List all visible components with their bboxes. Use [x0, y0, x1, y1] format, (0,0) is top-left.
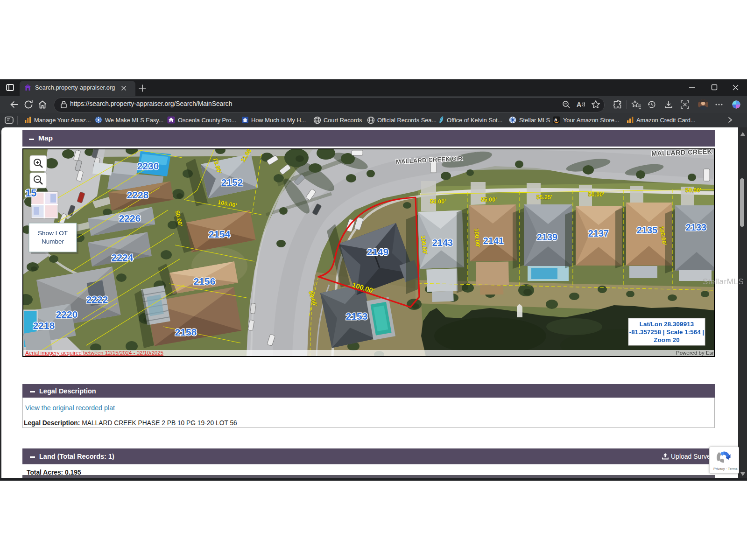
svg-text:50.00': 50.00': [430, 198, 446, 205]
svg-text:55.25': 55.25': [536, 194, 552, 201]
svg-text:2220: 2220: [56, 309, 78, 320]
svg-text:2154: 2154: [209, 229, 231, 239]
svg-text:2135: 2135: [637, 225, 658, 235]
svg-text:Lat/Lon 28.309913: Lat/Lon 28.309913: [640, 321, 694, 328]
svg-text:-81.357258 | Scale 1:564 |: -81.357258 | Scale 1:564 |: [629, 329, 705, 336]
svg-text:Aerial imagery acquired betwee: Aerial imagery acquired between 12/15/20…: [25, 350, 163, 356]
svg-text:2152: 2152: [221, 177, 243, 188]
svg-text:2143: 2143: [432, 238, 453, 248]
svg-text:a: a: [555, 117, 557, 122]
svg-text:2222: 2222: [86, 294, 108, 305]
svg-text:2153: 2153: [346, 311, 368, 322]
svg-text:Number: Number: [42, 238, 64, 245]
svg-text:2230: 2230: [137, 161, 159, 171]
svg-text:50.00': 50.00': [685, 187, 701, 194]
svg-text:55.00': 55.00': [481, 196, 497, 203]
svg-text:2133: 2133: [686, 222, 707, 232]
svg-text:Zoom 20: Zoom 20: [654, 336, 680, 343]
svg-text:Powered by Esri: Powered by Esri: [676, 350, 714, 356]
svg-text:2226: 2226: [119, 213, 141, 224]
svg-text:2149: 2149: [367, 246, 389, 257]
svg-text:2137: 2137: [588, 228, 609, 238]
svg-text:2139: 2139: [537, 232, 558, 242]
svg-text:2158: 2158: [175, 327, 197, 337]
svg-text:50.00': 50.00': [588, 191, 604, 198]
svg-text:Show LOT: Show LOT: [38, 230, 68, 237]
svg-text:2141: 2141: [483, 236, 504, 246]
svg-text:A: A: [577, 101, 581, 108]
svg-text:2156: 2156: [194, 276, 216, 287]
svg-text:2228: 2228: [127, 189, 149, 200]
svg-text:2224: 2224: [112, 252, 134, 263]
svg-text:2218: 2218: [33, 320, 55, 331]
svg-text:15: 15: [25, 187, 36, 199]
